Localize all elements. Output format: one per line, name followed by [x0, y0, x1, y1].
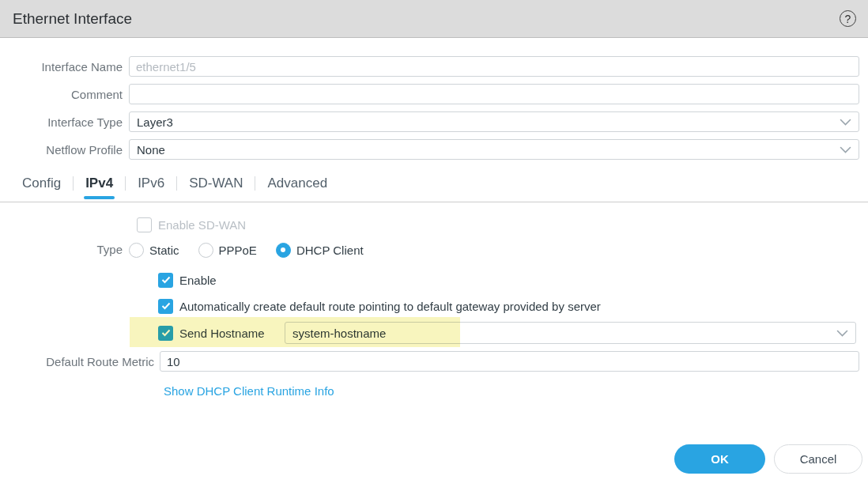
interface-type-select[interactable]: Layer3 — [129, 111, 859, 132]
interface-type-row: Interface Type Layer3 — [0, 111, 859, 132]
enable-sdwan-row: Enable SD-WAN — [137, 217, 868, 232]
tab-bar: Config IPv4 IPv6 SD-WAN Advanced — [0, 176, 868, 202]
cancel-button[interactable]: Cancel — [774, 444, 862, 474]
comment-row: Comment — [0, 84, 859, 104]
tab-separator — [73, 176, 74, 191]
default-route-metric-input[interactable] — [160, 351, 859, 372]
radio-static-label: Static — [149, 244, 179, 257]
radio-static[interactable] — [129, 243, 144, 258]
tab-advanced[interactable]: Advanced — [267, 176, 327, 202]
checkmark-icon — [161, 276, 171, 284]
help-glyph: ? — [845, 13, 851, 25]
send-hostname-checkbox[interactable] — [158, 326, 173, 341]
interface-name-label: Interface Name — [0, 60, 129, 74]
radio-pppoe[interactable] — [198, 243, 213, 258]
send-hostname-value: system-hostname — [292, 327, 386, 340]
tab-config[interactable]: Config — [22, 176, 61, 202]
send-hostname-row: Send Hostname system-hostname — [158, 322, 856, 344]
comment-label: Comment — [0, 88, 129, 101]
help-icon[interactable]: ? — [840, 10, 856, 27]
ipv4-panel: Enable SD-WAN Type Static PPPoE DHCP Cli… — [0, 217, 868, 398]
enable-sdwan-checkbox[interactable] — [137, 217, 152, 232]
enable-label: Enable — [179, 274, 217, 287]
checkmark-icon — [161, 302, 171, 310]
send-hostname-label: Send Hostname — [179, 327, 265, 340]
tab-ipv4[interactable]: IPv4 — [85, 176, 113, 202]
enable-row: Enable — [158, 272, 868, 288]
ethernet-interface-dialog: Ethernet Interface ? Interface Name Comm… — [0, 0, 868, 491]
netflow-profile-row: Netflow Profile None — [0, 139, 859, 160]
radio-option-dhcp-client[interactable]: DHCP Client — [276, 243, 364, 258]
chevron-down-icon — [840, 146, 851, 153]
checkmark-icon — [161, 329, 171, 337]
radio-dhcp-client[interactable] — [276, 243, 291, 258]
type-label: Type — [0, 242, 129, 258]
interface-name-field — [129, 56, 859, 77]
interface-form: Interface Name Comment Interface Type La… — [0, 38, 868, 160]
type-row: Type Static PPPoE DHCP Client — [0, 242, 868, 258]
netflow-profile-value: None — [137, 143, 165, 157]
radio-option-static[interactable]: Static — [129, 243, 179, 258]
runtime-info-row: Show DHCP Client Runtime Info — [164, 384, 868, 398]
auto-route-row: Automatically create default route point… — [158, 298, 868, 314]
send-hostname-control: Send Hostname — [158, 326, 285, 341]
radio-pppoe-label: PPPoE — [219, 244, 257, 257]
tab-separator — [255, 176, 255, 191]
radio-option-pppoe[interactable]: PPPoE — [198, 243, 257, 258]
chevron-down-icon — [836, 330, 848, 337]
tab-sdwan[interactable]: SD-WAN — [189, 176, 243, 202]
interface-type-label: Interface Type — [0, 115, 129, 129]
comment-field[interactable] — [129, 84, 859, 104]
enable-sdwan-label: Enable SD-WAN — [158, 218, 246, 232]
default-route-metric-label: Default Route Metric — [0, 355, 160, 368]
netflow-profile-label: Netflow Profile — [0, 143, 129, 157]
ok-button[interactable]: OK — [674, 444, 765, 474]
default-route-metric-row: Default Route Metric — [0, 351, 859, 372]
dialog-footer: OK Cancel — [674, 444, 862, 474]
tab-separator — [125, 176, 126, 191]
tab-ipv6[interactable]: IPv6 — [138, 176, 164, 202]
send-hostname-select[interactable]: system-hostname — [285, 322, 856, 344]
auto-route-checkbox[interactable] — [158, 299, 173, 314]
dialog-titlebar: Ethernet Interface ? — [0, 0, 868, 38]
auto-route-label: Automatically create default route point… — [179, 300, 601, 313]
netflow-profile-select[interactable]: None — [129, 139, 859, 160]
interface-type-value: Layer3 — [137, 115, 173, 129]
tab-separator — [176, 176, 177, 191]
dhcp-runtime-link[interactable]: Show DHCP Client Runtime Info — [164, 384, 334, 398]
chevron-down-icon — [840, 119, 851, 126]
dialog-title: Ethernet Interface — [13, 10, 132, 28]
interface-name-row: Interface Name — [0, 56, 859, 77]
enable-checkbox[interactable] — [158, 273, 173, 288]
radio-dhcp-client-label: DHCP Client — [296, 244, 364, 257]
